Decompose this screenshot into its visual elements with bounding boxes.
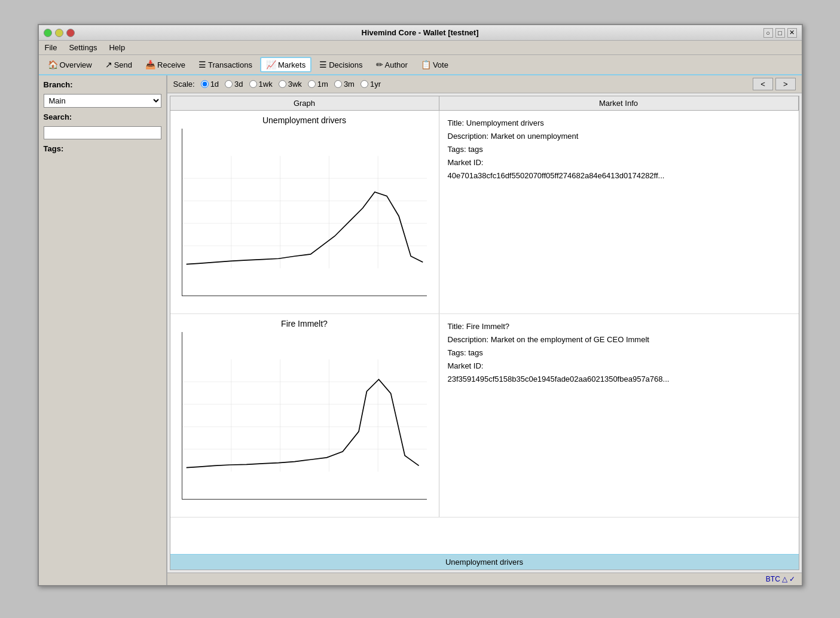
market2-info: Title: Fire Immelt? Description: Market … — [439, 314, 799, 517]
minimize-btn[interactable] — [44, 29, 52, 37]
search-input[interactable] — [44, 126, 161, 139]
title-ctrl-1[interactable]: ○ — [763, 28, 773, 38]
markets-icon: 📈 — [266, 60, 276, 69]
market2-info-id: 23f3591495cf5158b35c0e1945fade02aa602135… — [448, 373, 790, 386]
branch-label: Branch: — [44, 80, 161, 89]
nav-decisions-label: Decisions — [329, 60, 362, 69]
nav-transactions[interactable]: ☰ Transactions — [193, 57, 258, 72]
nav-receive-label: Receive — [157, 60, 185, 69]
scale-label: Scale: — [173, 80, 195, 89]
nav-author[interactable]: ✏ Author — [371, 57, 413, 72]
market2-info-tags: Tags: tags — [448, 346, 790, 360]
scale-1d[interactable]: 1d — [201, 80, 219, 89]
scale-bar: Scale: 1d 3d 1wk 3wk 1m 3m — [167, 75, 802, 93]
overview-icon: 🏠 — [48, 60, 58, 69]
titlebar: Hivemind Core - Wallet [testnet] ○ □ ✕ — [39, 25, 802, 41]
nav-vote[interactable]: 📋 Vote — [416, 57, 454, 72]
nav-overview[interactable]: 🏠 Overview — [42, 57, 97, 72]
markets-header: Graph Market Info — [170, 96, 799, 111]
markets-container: Graph Market Info Unemployment drivers — [170, 96, 799, 570]
nav-vote-label: Vote — [433, 60, 448, 69]
market1-info-desc: Description: Market on unemployment — [448, 130, 790, 143]
market-row[interactable]: Fire Immelt? — [170, 314, 799, 517]
prev-btn[interactable]: < — [753, 78, 773, 90]
market1-info-id: 40e701a38cfc16df5502070ff05ff274682a84e6… — [448, 169, 790, 182]
market1-title: Unemployment drivers — [262, 115, 346, 125]
nav-receive[interactable]: 📥 Receive — [140, 57, 191, 72]
market2-info-title: Title: Fire Immelt? — [448, 320, 790, 333]
scale-3m[interactable]: 3m — [334, 80, 355, 89]
nav-arrows: < > — [753, 78, 795, 90]
scale-1wk[interactable]: 1wk — [249, 80, 273, 89]
scale-3wk[interactable]: 3wk — [279, 80, 302, 89]
main-area: Branch: Main Search: Tags: Scale: 1d 3d … — [39, 75, 802, 585]
nav-author-label: Author — [385, 60, 408, 69]
search-label: Search: — [44, 112, 161, 121]
market1-info: Title: Unemployment drivers Description:… — [439, 111, 799, 313]
receive-icon: 📥 — [145, 60, 155, 69]
selected-label-bar: Unemployment drivers — [170, 554, 799, 570]
maximize-btn[interactable] — [55, 29, 63, 37]
selected-market-label: Unemployment drivers — [445, 558, 523, 567]
market2-chart — [182, 332, 427, 500]
scale-3d[interactable]: 3d — [225, 80, 243, 89]
next-btn[interactable]: > — [775, 78, 796, 90]
branch-select[interactable]: Main — [44, 94, 161, 108]
nav-markets[interactable]: 📈 Markets — [260, 57, 311, 72]
menu-settings[interactable]: Settings — [66, 42, 99, 53]
vote-icon: 📋 — [421, 60, 431, 69]
col-header-graph: Graph — [170, 96, 439, 110]
market1-info-title: Title: Unemployment drivers — [448, 117, 790, 130]
status-bar: BTC △ ✓ — [167, 573, 802, 585]
close-btn[interactable] — [66, 29, 75, 37]
market2-graph: Fire Immelt? — [170, 314, 439, 517]
market1-info-tags: Tags: tags — [448, 143, 790, 156]
title-right-controls: ○ □ ✕ — [763, 28, 797, 38]
author-icon: ✏ — [376, 60, 383, 69]
navbar: 🏠 Overview ↗ Send 📥 Receive ☰ Transactio… — [39, 55, 802, 75]
sidebar: Branch: Main Search: Tags: — [39, 75, 167, 585]
main-window: Hivemind Core - Wallet [testnet] ○ □ ✕ F… — [38, 24, 803, 586]
market2-info-desc: Description: Market on the employment of… — [448, 333, 790, 346]
menu-file[interactable]: File — [42, 42, 60, 53]
scale-1yr[interactable]: 1yr — [361, 80, 381, 89]
nav-transactions-label: Transactions — [208, 60, 252, 69]
nav-send-label: Send — [114, 60, 132, 69]
nav-overview-label: Overview — [60, 60, 92, 69]
markets-scroll[interactable]: Unemployment drivers — [170, 111, 799, 554]
market1-chart — [182, 129, 427, 296]
decisions-icon: ☰ — [319, 60, 327, 69]
nav-decisions[interactable]: ☰ Decisions — [314, 57, 368, 72]
window-controls — [44, 29, 75, 37]
title-ctrl-2[interactable]: □ — [775, 28, 785, 38]
transactions-icon: ☰ — [198, 60, 206, 69]
send-icon: ↗ — [105, 60, 112, 69]
menubar: File Settings Help — [39, 41, 802, 55]
tags-label: Tags: — [44, 144, 161, 153]
title-ctrl-3[interactable]: ✕ — [787, 28, 797, 38]
content-area: Scale: 1d 3d 1wk 3wk 1m 3m — [167, 75, 802, 585]
menu-help[interactable]: Help — [106, 42, 127, 53]
market2-info-id-label: Market ID: — [448, 360, 790, 373]
nav-markets-label: Markets — [278, 60, 306, 69]
window-title: Hivemind Core - Wallet [testnet] — [362, 28, 479, 37]
market-row[interactable]: Unemployment drivers — [170, 111, 799, 314]
scale-1m[interactable]: 1m — [308, 80, 328, 89]
col-header-info: Market Info — [439, 96, 799, 110]
nav-send[interactable]: ↗ Send — [100, 57, 138, 72]
market2-title: Fire Immelt? — [281, 319, 328, 328]
market1-info-id-label: Market ID: — [448, 156, 790, 169]
status-text: BTC △ ✓ — [766, 575, 796, 583]
market1-graph: Unemployment drivers — [170, 111, 439, 313]
